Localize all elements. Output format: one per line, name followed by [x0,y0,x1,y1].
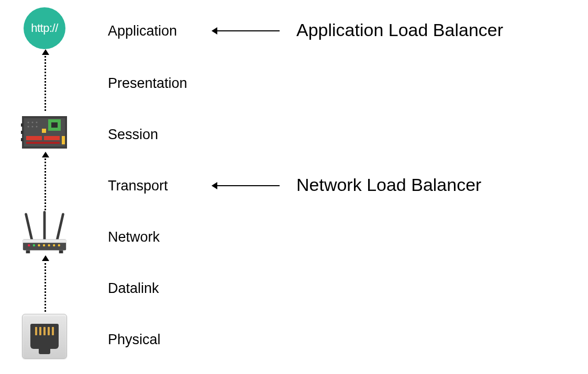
svg-point-3 [32,122,34,123]
svg-point-29 [58,244,60,246]
svg-point-23 [28,244,30,246]
ethernet-jack-icon [21,314,68,359]
svg-point-6 [32,126,34,128]
annotation-application-lb: Application Load Balancer [296,20,503,40]
svg-rect-12 [26,142,60,144]
http-label: http:// [31,21,58,35]
svg-rect-30 [26,251,30,254]
layer-network: Network [108,229,160,245]
svg-point-28 [53,244,55,246]
svg-point-24 [33,244,35,246]
svg-rect-14 [62,136,65,144]
svg-rect-16 [21,131,23,134]
svg-rect-10 [26,136,42,140]
svg-rect-11 [44,136,60,140]
arrow-to-application [217,30,280,31]
svg-point-26 [43,244,45,246]
svg-rect-31 [59,251,63,254]
layer-presentation: Presentation [108,75,187,92]
arrow-router-to-board [45,156,46,210]
svg-point-5 [28,126,29,128]
arrow-to-transport [217,185,280,186]
http-icon: http:// [21,7,68,49]
arrow-jack-to-router [45,259,46,312]
svg-line-20 [57,214,63,241]
svg-rect-22 [23,239,66,243]
svg-rect-17 [21,138,23,141]
annotation-network-lb: Network Load Balancer [296,175,481,195]
layer-physical: Physical [108,332,161,348]
router-icon [21,209,68,256]
layer-session: Session [108,127,158,143]
layer-datalink: Datalink [108,280,159,297]
svg-rect-15 [21,123,23,127]
layer-transport: Transport [108,178,168,194]
svg-point-7 [36,126,38,128]
svg-line-18 [26,214,32,241]
svg-rect-9 [51,122,58,128]
svg-point-25 [38,244,40,246]
svg-point-27 [48,244,50,246]
svg-point-4 [36,122,38,123]
arrow-board-to-http [45,53,46,111]
motherboard-icon [21,113,68,152]
svg-point-2 [28,122,29,123]
layer-application: Application [108,23,177,39]
svg-rect-13 [42,129,46,133]
